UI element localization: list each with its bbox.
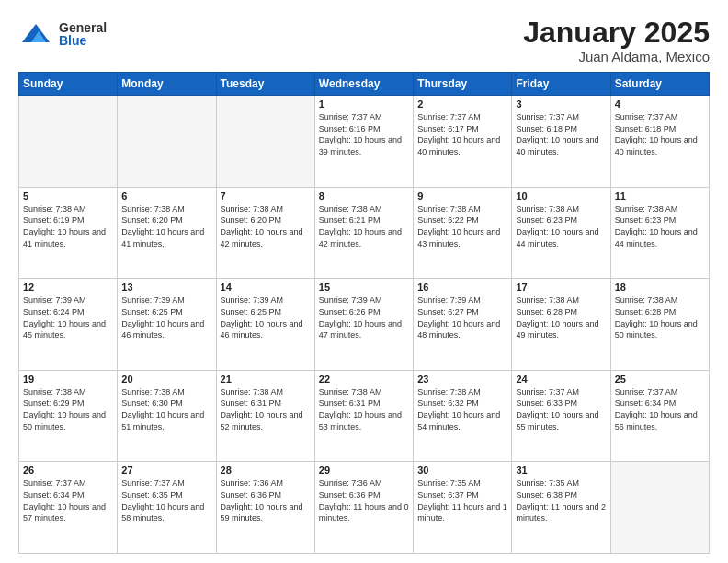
sunset-text: Sunset: 6:23 PM bbox=[615, 214, 705, 226]
calendar-cell: 24 Sunrise: 7:37 AM Sunset: 6:33 PM Dayl… bbox=[512, 370, 610, 462]
daylight-text: Daylight: 10 hours and 41 minutes. bbox=[121, 226, 211, 249]
sunset-text: Sunset: 6:21 PM bbox=[319, 214, 409, 226]
calendar-cell: 13 Sunrise: 7:39 AM Sunset: 6:25 PM Dayl… bbox=[118, 279, 216, 371]
sunset-text: Sunset: 6:18 PM bbox=[516, 123, 606, 135]
calendar-week-3: 19 Sunrise: 7:38 AM Sunset: 6:29 PM Dayl… bbox=[19, 370, 710, 462]
calendar-cell bbox=[216, 96, 314, 188]
day-number: 16 bbox=[417, 282, 507, 293]
day-number: 9 bbox=[417, 190, 507, 201]
day-number: 29 bbox=[319, 465, 409, 476]
col-header-tuesday: Tuesday bbox=[216, 73, 314, 96]
calendar-cell: 17 Sunrise: 7:38 AM Sunset: 6:28 PM Dayl… bbox=[512, 279, 610, 371]
col-header-monday: Monday bbox=[118, 73, 216, 96]
day-number: 5 bbox=[23, 190, 113, 201]
sunrise-text: Sunrise: 7:38 AM bbox=[516, 294, 606, 306]
day-number: 18 bbox=[615, 282, 705, 293]
calendar-cell: 9 Sunrise: 7:38 AM Sunset: 6:22 PM Dayli… bbox=[414, 187, 512, 279]
sunset-text: Sunset: 6:36 PM bbox=[319, 489, 409, 501]
calendar-cell: 21 Sunrise: 7:38 AM Sunset: 6:31 PM Dayl… bbox=[216, 370, 314, 462]
daylight-text: Daylight: 10 hours and 46 minutes. bbox=[221, 318, 311, 341]
col-header-sunday: Sunday bbox=[19, 73, 118, 96]
day-info: Sunrise: 7:39 AM Sunset: 6:25 PM Dayligh… bbox=[221, 294, 311, 340]
day-number: 30 bbox=[417, 465, 507, 476]
calendar-cell bbox=[118, 96, 216, 188]
daylight-text: Daylight: 10 hours and 42 minutes. bbox=[319, 226, 409, 249]
sunset-text: Sunset: 6:20 PM bbox=[121, 214, 211, 226]
sunset-text: Sunset: 6:32 PM bbox=[417, 397, 507, 409]
daylight-text: Daylight: 10 hours and 44 minutes. bbox=[516, 226, 606, 249]
day-info: Sunrise: 7:37 AM Sunset: 6:35 PM Dayligh… bbox=[121, 477, 211, 523]
sunrise-text: Sunrise: 7:38 AM bbox=[319, 386, 409, 398]
calendar-cell: 22 Sunrise: 7:38 AM Sunset: 6:31 PM Dayl… bbox=[314, 370, 413, 462]
logo-blue: Blue bbox=[59, 34, 107, 47]
day-number: 20 bbox=[121, 373, 211, 385]
sunset-text: Sunset: 6:36 PM bbox=[221, 489, 311, 501]
logo: General Blue bbox=[18, 17, 107, 52]
sunset-text: Sunset: 6:24 PM bbox=[23, 306, 113, 318]
calendar-week-4: 26 Sunrise: 7:37 AM Sunset: 6:34 PM Dayl… bbox=[19, 462, 710, 554]
day-number: 6 bbox=[121, 190, 211, 201]
day-info: Sunrise: 7:38 AM Sunset: 6:31 PM Dayligh… bbox=[319, 386, 409, 432]
calendar-cell bbox=[610, 462, 709, 554]
calendar-header-row: SundayMondayTuesdayWednesdayThursdayFrid… bbox=[19, 73, 710, 96]
sunrise-text: Sunrise: 7:37 AM bbox=[516, 111, 606, 123]
day-info: Sunrise: 7:38 AM Sunset: 6:23 PM Dayligh… bbox=[615, 203, 705, 249]
day-number: 8 bbox=[319, 190, 409, 201]
daylight-text: Daylight: 10 hours and 49 minutes. bbox=[516, 318, 606, 341]
day-info: Sunrise: 7:38 AM Sunset: 6:30 PM Dayligh… bbox=[121, 386, 211, 432]
sunset-text: Sunset: 6:33 PM bbox=[516, 397, 606, 409]
day-info: Sunrise: 7:39 AM Sunset: 6:25 PM Dayligh… bbox=[121, 294, 211, 340]
location: Juan Aldama, Mexico bbox=[523, 49, 710, 64]
sunrise-text: Sunrise: 7:39 AM bbox=[23, 294, 113, 306]
calendar-cell: 16 Sunrise: 7:39 AM Sunset: 6:27 PM Dayl… bbox=[414, 279, 512, 371]
sunset-text: Sunset: 6:26 PM bbox=[319, 306, 409, 318]
sunrise-text: Sunrise: 7:39 AM bbox=[221, 294, 311, 306]
sunset-text: Sunset: 6:35 PM bbox=[121, 489, 211, 501]
sunrise-text: Sunrise: 7:38 AM bbox=[23, 386, 113, 398]
day-number: 14 bbox=[221, 282, 311, 293]
day-info: Sunrise: 7:37 AM Sunset: 6:34 PM Dayligh… bbox=[23, 477, 113, 523]
day-number: 31 bbox=[516, 465, 606, 476]
sunset-text: Sunset: 6:17 PM bbox=[417, 123, 507, 135]
title-block: January 2025 Juan Aldama, Mexico bbox=[523, 17, 710, 64]
day-info: Sunrise: 7:38 AM Sunset: 6:28 PM Dayligh… bbox=[516, 294, 606, 340]
day-info: Sunrise: 7:37 AM Sunset: 6:33 PM Dayligh… bbox=[516, 386, 606, 432]
daylight-text: Daylight: 10 hours and 52 minutes. bbox=[221, 409, 311, 432]
day-info: Sunrise: 7:38 AM Sunset: 6:31 PM Dayligh… bbox=[221, 386, 311, 432]
sunrise-text: Sunrise: 7:37 AM bbox=[23, 477, 113, 489]
day-number: 2 bbox=[417, 98, 507, 109]
sunrise-text: Sunrise: 7:39 AM bbox=[121, 294, 211, 306]
day-info: Sunrise: 7:37 AM Sunset: 6:16 PM Dayligh… bbox=[319, 111, 409, 157]
day-number: 21 bbox=[221, 373, 311, 385]
sunrise-text: Sunrise: 7:36 AM bbox=[221, 477, 311, 489]
daylight-text: Daylight: 10 hours and 46 minutes. bbox=[121, 318, 211, 341]
sunrise-text: Sunrise: 7:37 AM bbox=[615, 386, 705, 398]
sunset-text: Sunset: 6:20 PM bbox=[221, 214, 311, 226]
sunrise-text: Sunrise: 7:37 AM bbox=[417, 111, 507, 123]
daylight-text: Daylight: 10 hours and 40 minutes. bbox=[615, 134, 705, 157]
calendar-cell: 3 Sunrise: 7:37 AM Sunset: 6:18 PM Dayli… bbox=[512, 96, 610, 188]
day-info: Sunrise: 7:38 AM Sunset: 6:20 PM Dayligh… bbox=[121, 203, 211, 249]
sunset-text: Sunset: 6:25 PM bbox=[221, 306, 311, 318]
day-number: 4 bbox=[615, 98, 705, 109]
daylight-text: Daylight: 11 hours and 1 minute. bbox=[417, 501, 507, 524]
daylight-text: Daylight: 10 hours and 53 minutes. bbox=[319, 409, 409, 432]
day-number: 25 bbox=[615, 373, 705, 385]
day-info: Sunrise: 7:39 AM Sunset: 6:26 PM Dayligh… bbox=[319, 294, 409, 340]
day-number: 7 bbox=[221, 190, 311, 201]
calendar-cell: 12 Sunrise: 7:39 AM Sunset: 6:24 PM Dayl… bbox=[19, 279, 118, 371]
calendar-cell: 11 Sunrise: 7:38 AM Sunset: 6:23 PM Dayl… bbox=[610, 187, 709, 279]
daylight-text: Daylight: 10 hours and 45 minutes. bbox=[23, 318, 113, 341]
calendar-cell: 28 Sunrise: 7:36 AM Sunset: 6:36 PM Dayl… bbox=[216, 462, 314, 554]
calendar-cell: 10 Sunrise: 7:38 AM Sunset: 6:23 PM Dayl… bbox=[512, 187, 610, 279]
logo-icon bbox=[18, 17, 53, 52]
sunrise-text: Sunrise: 7:35 AM bbox=[417, 477, 507, 489]
sunrise-text: Sunrise: 7:37 AM bbox=[516, 386, 606, 398]
day-number: 17 bbox=[516, 282, 606, 293]
sunrise-text: Sunrise: 7:38 AM bbox=[23, 203, 113, 215]
sunrise-text: Sunrise: 7:38 AM bbox=[417, 203, 507, 215]
sunrise-text: Sunrise: 7:38 AM bbox=[516, 203, 606, 215]
sunset-text: Sunset: 6:22 PM bbox=[417, 214, 507, 226]
daylight-text: Daylight: 10 hours and 39 minutes. bbox=[319, 134, 409, 157]
col-header-wednesday: Wednesday bbox=[314, 73, 413, 96]
